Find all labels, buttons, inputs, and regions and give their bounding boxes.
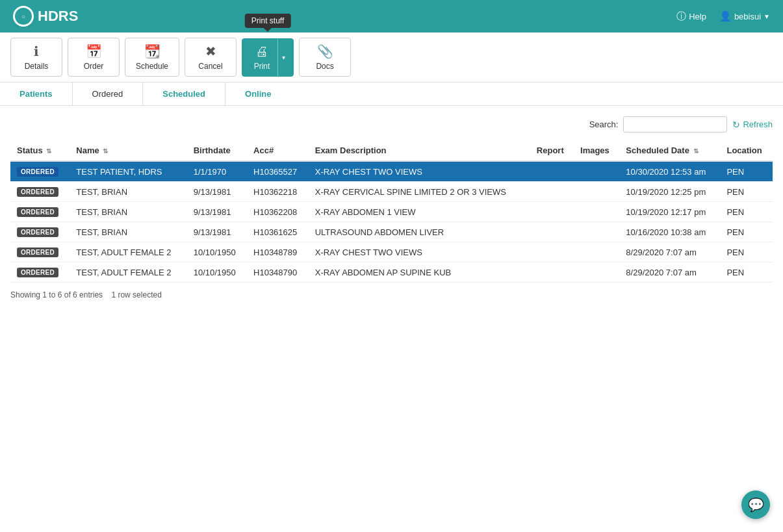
- cell-scheduled-date: 10/19/2020 12:25 pm: [626, 187, 706, 197]
- col-exam-label: Exam Description: [315, 146, 387, 155]
- col-report[interactable]: Report: [530, 140, 574, 161]
- user-icon: 👤: [719, 10, 732, 22]
- cell-acc: H10348790: [253, 268, 297, 277]
- cell-scheduled-date: 8/29/2020 7:07 am: [626, 247, 696, 257]
- col-images[interactable]: Images: [574, 140, 619, 161]
- calendar-icon: 📆: [144, 44, 160, 59]
- order-button[interactable]: 📅 Order: [68, 38, 120, 77]
- col-birthdate[interactable]: Birthdate: [187, 140, 247, 161]
- refresh-label: Refresh: [743, 120, 773, 129]
- user-menu[interactable]: 👤 bebisui ▼: [719, 10, 770, 22]
- search-label: Search:: [589, 120, 619, 129]
- schedule-label: Schedule: [136, 62, 168, 71]
- col-location-label: Location: [726, 146, 762, 155]
- calendar-x-icon: ✖: [205, 44, 216, 59]
- table-footer: Showing 1 to 6 of 6 entries 1 row select…: [10, 290, 773, 299]
- tab-online[interactable]: Online: [225, 82, 290, 105]
- cell-acc: H10361625: [253, 227, 297, 237]
- col-images-label: Images: [580, 146, 610, 155]
- help-button[interactable]: ⓘ Help: [676, 10, 706, 23]
- cell-acc: H10362218: [253, 187, 297, 197]
- cell-location: PEN: [726, 268, 744, 277]
- details-label: Details: [25, 62, 49, 71]
- col-name[interactable]: Name ⇅: [70, 140, 186, 161]
- calendar-plus-icon: 📅: [86, 44, 102, 59]
- cell-birthdate: 9/13/1981: [194, 227, 231, 237]
- refresh-icon: ↻: [732, 120, 740, 130]
- cell-name: TEST PATIENT, HDRS: [76, 167, 162, 177]
- col-scheduled-date[interactable]: Scheduled Date ⇅: [619, 140, 720, 161]
- help-label: Help: [689, 12, 706, 21]
- table-row[interactable]: ORDEREDTEST, ADULT FEMALE 210/10/1950H10…: [10, 262, 773, 283]
- paperclip-icon: 📎: [317, 44, 333, 59]
- status-badge: ORDERED: [17, 167, 58, 177]
- print-button[interactable]: 🖨 Print ▾: [242, 38, 294, 77]
- cell-location: PEN: [726, 167, 744, 177]
- cell-exam: X-RAY ABDOMEN AP SUPINE KUB: [315, 268, 452, 277]
- tab-ordered[interactable]: Ordered: [73, 82, 144, 105]
- status-badge: ORDERED: [17, 207, 58, 217]
- table-row[interactable]: ORDEREDTEST PATIENT, HDRS1/1/1970H103655…: [10, 161, 773, 182]
- docs-button[interactable]: 📎 Docs: [299, 38, 351, 77]
- cancel-button[interactable]: ✖ Cancel: [185, 38, 237, 77]
- logo-icon: ○: [13, 6, 34, 27]
- print-label: Print: [254, 62, 270, 71]
- chevron-down-icon: ▼: [764, 13, 770, 20]
- table-row[interactable]: ORDEREDTEST, ADULT FEMALE 210/10/1950H10…: [10, 242, 773, 262]
- tab-scheduled[interactable]: Scheduled: [143, 82, 225, 105]
- app-header: ○ HDRS ⓘ Help 👤 bebisui ▼: [0, 0, 783, 32]
- logo-text: HDRS: [38, 8, 78, 25]
- col-report-label: Report: [537, 146, 564, 155]
- print-icon: 🖨: [255, 44, 268, 59]
- print-tooltip-wrapper: Print stuff 🖨 Print ▾: [242, 38, 294, 77]
- cell-name: TEST, BRIAN: [76, 227, 127, 237]
- print-tooltip: Print stuff: [245, 14, 290, 28]
- status-badge: ORDERED: [17, 268, 58, 277]
- tab-bar: Patients Ordered Scheduled Online: [0, 82, 783, 106]
- table-row[interactable]: ORDEREDTEST, BRIAN9/13/1981H10362208X-RA…: [10, 202, 773, 222]
- cell-acc: H10348789: [253, 247, 297, 257]
- sort-icon-status: ⇅: [46, 147, 51, 155]
- logo: ○ HDRS: [13, 6, 78, 27]
- cell-exam: X-RAY ABDOMEN 1 VIEW: [315, 207, 416, 217]
- main-content: Search: ↻ Refresh Status ⇅ Name ⇅ Birthd…: [0, 106, 783, 310]
- cell-scheduled-date: 10/19/2020 12:17 pm: [626, 207, 706, 217]
- table-body: ORDEREDTEST PATIENT, HDRS1/1/1970H103655…: [10, 161, 773, 283]
- tab-patients[interactable]: Patients: [0, 82, 73, 105]
- table-header: Status ⇅ Name ⇅ Birthdate Acc# Exam Desc…: [10, 140, 773, 161]
- entries-count: Showing 1 to 6 of 6 entries: [10, 290, 103, 299]
- cell-exam: X-RAY CHEST TWO VIEWS: [315, 167, 422, 177]
- refresh-button[interactable]: ↻ Refresh: [732, 120, 773, 130]
- col-exam[interactable]: Exam Description: [309, 140, 530, 161]
- orders-table: Status ⇅ Name ⇅ Birthdate Acc# Exam Desc…: [10, 140, 773, 283]
- search-input[interactable]: [623, 116, 727, 133]
- col-name-label: Name: [76, 146, 99, 155]
- cell-name: TEST, BRIAN: [76, 187, 127, 197]
- status-badge: ORDERED: [17, 247, 58, 257]
- cell-location: PEN: [726, 207, 744, 217]
- cell-birthdate: 10/10/1950: [194, 247, 236, 257]
- cell-acc: H10365527: [253, 167, 297, 177]
- cell-birthdate: 9/13/1981: [194, 187, 231, 197]
- cell-birthdate: 10/10/1950: [194, 268, 236, 277]
- col-acc[interactable]: Acc#: [247, 140, 309, 161]
- table-row[interactable]: ORDEREDTEST, BRIAN9/13/1981H10361625ULTR…: [10, 222, 773, 242]
- details-button[interactable]: ℹ Details: [10, 38, 62, 77]
- sort-icon-date: ⇅: [693, 147, 699, 155]
- row-selected-count: 1 row selected: [111, 290, 161, 299]
- col-location[interactable]: Location: [720, 140, 773, 161]
- help-icon: ⓘ: [676, 10, 686, 23]
- cell-exam: X-RAY CERVICAL SPINE LIMITED 2 OR 3 VIEW…: [315, 187, 506, 197]
- cell-name: TEST, ADULT FEMALE 2: [76, 268, 171, 277]
- cell-scheduled-date: 10/16/2020 10:38 am: [626, 227, 706, 237]
- col-status[interactable]: Status ⇅: [10, 140, 70, 161]
- order-label: Order: [84, 62, 104, 71]
- print-dropdown-arrow[interactable]: ▾: [277, 39, 289, 76]
- cell-name: TEST, ADULT FEMALE 2: [76, 247, 171, 257]
- schedule-button[interactable]: 📆 Schedule: [125, 38, 179, 77]
- info-icon: ℹ: [34, 44, 39, 59]
- table-row[interactable]: ORDEREDTEST, BRIAN9/13/1981H10362218X-RA…: [10, 182, 773, 202]
- col-birthdate-label: Birthdate: [194, 146, 231, 155]
- col-acc-label: Acc#: [253, 146, 274, 155]
- cell-location: PEN: [726, 247, 744, 257]
